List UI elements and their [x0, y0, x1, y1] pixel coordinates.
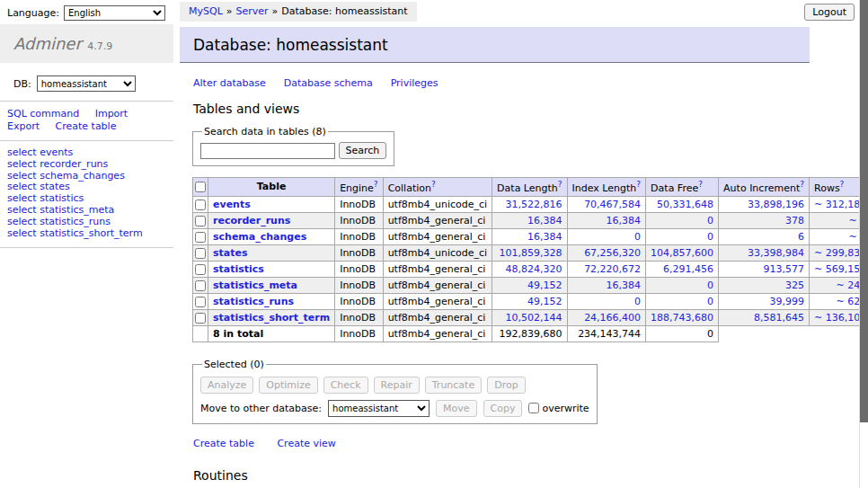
help-link[interactable]: ?	[698, 180, 703, 189]
data-free-link[interactable]: 188,743,680	[651, 312, 713, 324]
search-button[interactable]: Search	[339, 142, 387, 159]
auto-increment-link[interactable]: 39,999	[770, 296, 805, 307]
index-length-link[interactable]: 16,384	[607, 215, 642, 226]
table-name-link[interactable]: recorder_runs	[213, 215, 290, 226]
engine-cell: InnoDB	[335, 212, 383, 228]
sidebar-create-table-link[interactable]: Create table	[56, 120, 117, 132]
data-length-link[interactable]: 49,152	[527, 279, 562, 291]
help-link[interactable]: ?	[800, 180, 804, 189]
sidebar-select-table-link[interactable]: select statistics_meta	[7, 205, 173, 217]
breadcrumb-link[interactable]: Server	[236, 5, 269, 17]
table-name-link[interactable]: statistics_meta	[213, 279, 297, 291]
row-select-checkbox[interactable]	[195, 216, 206, 226]
data-free-link[interactable]: 0	[707, 296, 713, 307]
sidebar-select-table-link[interactable]: select statistics_runs	[7, 217, 173, 228]
data-length-link[interactable]: 10,502,144	[506, 312, 562, 324]
index-length-link[interactable]: 72,220,672	[584, 263, 641, 275]
search-input[interactable]	[200, 143, 335, 159]
tables-list: TableEngine?Collation?Data Length?Index …	[192, 177, 868, 342]
table-name-link[interactable]: states	[213, 247, 248, 259]
help-link[interactable]: ?	[374, 180, 378, 189]
row-select-checkbox[interactable]	[195, 200, 206, 210]
sidebar-export-link[interactable]: Export	[7, 120, 40, 132]
data-free-link[interactable]: 104,857,600	[651, 247, 713, 259]
auto-increment-link[interactable]: 325	[785, 279, 804, 291]
database-action-link[interactable]: Privileges	[391, 77, 438, 89]
table-name-link[interactable]: schema_changes	[213, 231, 306, 243]
row-select-cell	[193, 212, 208, 228]
create-view-link[interactable]: Create view	[277, 438, 335, 449]
copy-button[interactable]: Copy	[483, 400, 523, 417]
data-free-link[interactable]: 50,331,648	[657, 199, 713, 210]
sidebar-select-table-link[interactable]: select events	[7, 147, 173, 159]
drop-button[interactable]: Drop	[487, 377, 525, 394]
sidebar-select-table-link[interactable]: select statistics_short_term	[7, 228, 173, 240]
row-select-checkbox[interactable]	[195, 248, 206, 259]
index-length-link[interactable]: 24,166,400	[584, 312, 641, 324]
database-action-link[interactable]: Database schema	[284, 77, 373, 89]
overwrite-label: overwrite	[542, 403, 589, 414]
help-link[interactable]: ?	[431, 180, 436, 189]
check-button[interactable]: Check	[323, 377, 368, 394]
table-name-link[interactable]: events	[213, 199, 251, 210]
row-select-checkbox[interactable]	[195, 264, 206, 275]
table-name-link[interactable]: statistics_runs	[213, 296, 294, 307]
data-length-link[interactable]: 48,824,320	[506, 263, 562, 275]
auto-increment-link[interactable]: 6	[798, 231, 804, 243]
vertical-scrollbar[interactable]	[859, 0, 868, 488]
breadcrumb-link[interactable]: MySQL	[189, 5, 223, 17]
index-length-link[interactable]: 70,467,584	[584, 199, 641, 210]
table-name-link[interactable]: statistics_short_term	[213, 312, 330, 324]
database-action-link[interactable]: Alter database	[193, 77, 266, 89]
help-link[interactable]: ?	[840, 180, 845, 189]
data-length-cell: 31,522,816	[492, 196, 567, 212]
select-all-checkbox[interactable]	[195, 182, 206, 192]
row-select-checkbox[interactable]	[195, 297, 206, 307]
sidebar-sql-command-link[interactable]: SQL command	[7, 108, 79, 120]
move-button[interactable]: Move	[436, 400, 477, 417]
index-length-link[interactable]: 0	[634, 231, 641, 243]
auto-increment-link[interactable]: 33,898,196	[748, 199, 804, 210]
search-fieldset: Search data in tables (8) Search	[192, 126, 394, 166]
table-name-link[interactable]: statistics	[213, 263, 264, 275]
row-select-checkbox[interactable]	[195, 232, 206, 243]
sidebar-import-link[interactable]: Import	[95, 108, 128, 120]
auto-increment-link[interactable]: 8,581,645	[754, 312, 804, 324]
collation-cell: utf8mb4_general_ci	[383, 277, 492, 293]
data-free-link[interactable]: 0	[707, 279, 713, 291]
data-length-link[interactable]: 16,384	[527, 231, 562, 243]
auto-increment-link[interactable]: 33,398,984	[748, 247, 804, 259]
language-select[interactable]: English	[64, 5, 165, 21]
data-free-link[interactable]: 6,291,456	[663, 263, 713, 275]
sidebar-select-table-link[interactable]: select recorder_runs	[7, 159, 173, 171]
db-select[interactable]: homeassistant	[37, 75, 136, 92]
auto-increment-cell: 913,577	[719, 261, 810, 277]
auto-increment-link[interactable]: 378	[785, 215, 804, 226]
overwrite-checkbox[interactable]	[528, 403, 539, 413]
help-link[interactable]: ?	[558, 180, 562, 189]
create-table-link[interactable]: Create table	[193, 438, 254, 449]
collation-cell: utf8mb4_general_ci	[383, 261, 492, 277]
row-select-checkbox[interactable]	[195, 280, 206, 291]
help-link[interactable]: ?	[636, 180, 641, 189]
data-free-link[interactable]: 0	[707, 215, 713, 226]
column-header: Data Free?	[646, 178, 719, 197]
index-length-link[interactable]: 16,384	[607, 279, 642, 291]
data-length-link[interactable]: 31,522,816	[506, 199, 562, 210]
analyze-button[interactable]: Analyze	[200, 377, 253, 394]
move-db-select[interactable]: homeassistant	[328, 400, 430, 417]
index-length-link[interactable]: 0	[634, 296, 641, 307]
data-length-link[interactable]: 16,384	[527, 215, 562, 226]
logout-button[interactable]: Logout	[804, 4, 855, 21]
truncate-button[interactable]: Truncate	[425, 377, 482, 394]
data-free-link[interactable]: 0	[707, 231, 713, 243]
optimize-button[interactable]: Optimize	[259, 377, 317, 394]
auto-increment-link[interactable]: 913,577	[764, 263, 805, 275]
repair-button[interactable]: Repair	[374, 377, 420, 394]
total-engine-cell: InnoDB	[335, 325, 383, 342]
data-length-link[interactable]: 101,859,328	[500, 247, 562, 259]
row-select-checkbox[interactable]	[195, 313, 206, 324]
data-length-link[interactable]: 49,152	[527, 296, 562, 307]
scrollbar-thumb[interactable]	[860, 0, 868, 422]
index-length-link[interactable]: 67,256,320	[584, 247, 641, 259]
